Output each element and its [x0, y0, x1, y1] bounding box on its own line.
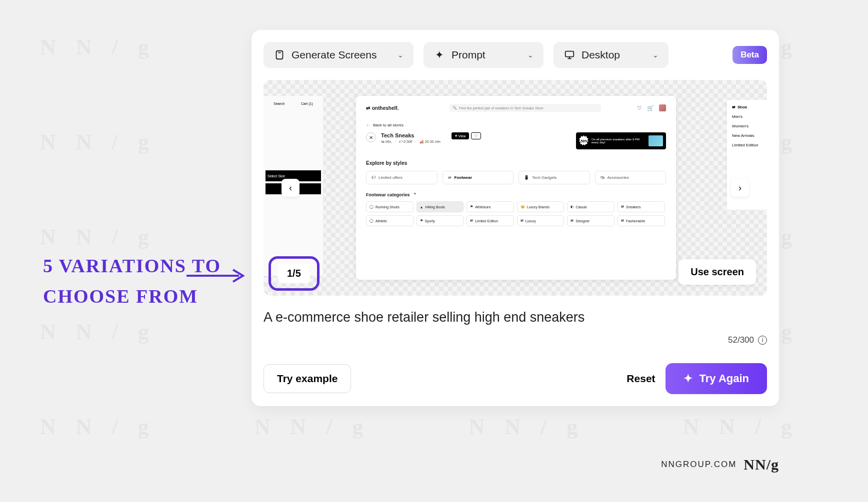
variation-counter: 1/5: [278, 264, 310, 283]
try-again-button[interactable]: ✦ Try Again: [666, 363, 767, 394]
peek-new-arrivals: New Arrivals: [732, 133, 762, 138]
prompt-text[interactable]: A e-commerce shoe retailer selling high …: [264, 310, 767, 325]
chevron-down-icon: ⌄: [528, 51, 534, 59]
next-variation-button[interactable]: ›: [731, 179, 749, 197]
search-icon: 🔍: [452, 106, 457, 110]
device-dropdown[interactable]: Desktop ⌄: [554, 42, 668, 68]
desktop-icon: [564, 49, 576, 61]
svg-rect-0: [276, 51, 283, 59]
shoe-icon: ⇄: [448, 175, 452, 180]
peek-cart-label: Cart (1): [301, 102, 313, 105]
chip-casual: ◐Casual: [567, 201, 614, 212]
peek-limited-edition: Limited Edition: [732, 143, 762, 147]
chip-luxury: ⇄Luxury: [517, 215, 564, 226]
chevron-down-icon: ⌄: [652, 51, 658, 59]
store-name: Tech Sneaks: [381, 132, 442, 138]
chevron-right-icon: ›: [738, 183, 742, 193]
chip-fashionable: ⇄Fashionable: [618, 215, 665, 226]
chip-athleisure: ⚑Athleisure: [466, 201, 514, 212]
banner-image: [648, 135, 663, 146]
prev-variation-button[interactable]: ‹: [282, 179, 300, 197]
annotation-arrow: [184, 261, 249, 291]
topbar: Generate Screens ⌄ ✦ Prompt ⌄ Desktop ⌄ …: [264, 42, 767, 68]
peek-cat-title: Shoe: [738, 105, 748, 109]
chip-limited: ⇄Limited Edition: [466, 215, 514, 226]
cat-accessories: 🛍Accessories: [595, 171, 666, 184]
preview-brand-logo: ⇄ontheshelf.: [366, 105, 398, 111]
peek-search-label: Search: [274, 102, 284, 105]
sparkle-icon: ✦: [684, 372, 692, 385]
view-button: ★View: [452, 132, 469, 139]
cat-limited: 🏷Limited offers: [366, 171, 438, 184]
bag-icon: 🛍: [600, 175, 604, 180]
subsection-footwear: Footwear categories ⌃: [366, 192, 666, 197]
footer-attribution: NNGROUP.COM NN/g: [661, 456, 779, 473]
variation-counter-highlight: 1/5: [268, 256, 320, 291]
cat-gadgets: 📱Tech Gadgets: [518, 171, 590, 184]
preview-screen: ⇄ontheshelf. 🔍 Find the perfect pair of …: [356, 96, 676, 280]
prompt-label: Prompt: [452, 49, 486, 61]
heart-icon: ♡: [637, 105, 642, 111]
screens-icon: [274, 49, 286, 61]
device-label: Desktop: [582, 49, 620, 61]
generator-panel: Generate Screens ⌄ ✦ Prompt ⌄ Desktop ⌄ …: [252, 30, 779, 406]
tag-icon: 🏷: [372, 175, 376, 180]
heart-button: ♡: [471, 132, 481, 139]
meta-time: 🚚 20-30 min.: [420, 140, 442, 144]
promo-banner: -50% On all premium sneakers after 9 PM …: [576, 132, 666, 149]
section-explore-styles: Explore by styles: [366, 160, 666, 166]
prompt-dropdown[interactable]: ✦ Prompt ⌄: [424, 42, 544, 68]
chevron-left-icon: ‹: [289, 183, 292, 193]
avatar: [659, 104, 666, 111]
chip-hiking: ▲Hiking Boots: [416, 201, 464, 212]
cat-footwear: ⇄Footwear: [442, 171, 514, 184]
preview-search: 🔍 Find the perfect pair of sneakers in T…: [450, 104, 601, 112]
chip-designer: ⇄Designer: [567, 215, 614, 226]
actions-row: Try example Reset ✦ Try Again: [264, 363, 767, 394]
mobile-icon: 📱: [524, 175, 529, 180]
char-count: 52/300: [728, 335, 754, 345]
generate-label: Generate Screens: [292, 49, 376, 61]
preview-back-link: ← Back to all stores: [366, 123, 666, 127]
banner-text: On all premium sneakers after 9 PM every…: [592, 138, 646, 144]
sparkle-icon: ✦: [434, 49, 446, 61]
shoe-icon: ⇄: [732, 105, 736, 109]
peek-mens: Men's: [732, 114, 762, 119]
footer-url: NNGROUP.COM: [661, 460, 736, 470]
try-example-button[interactable]: Try example: [264, 364, 351, 393]
chevron-up-icon: ⌃: [413, 192, 417, 197]
chip-sneakers: ⇄Sneakers: [618, 201, 665, 212]
footer-brand-logo: NN/g: [744, 456, 779, 473]
shoe-icon: ⇄: [366, 105, 370, 111]
meta-min: 🛍 Min.: [381, 140, 392, 144]
cart-icon: 🛒: [647, 105, 654, 111]
reset-button[interactable]: Reset: [626, 373, 655, 385]
use-screen-button[interactable]: Use screen: [678, 259, 756, 285]
peek-womens: Women's: [732, 124, 762, 128]
chevron-down-icon: ⌄: [398, 51, 404, 59]
chip-athletic: ◯Athletic: [366, 215, 414, 226]
chip-luxury-brands: 👑Luxury Brands: [517, 201, 564, 212]
back-arrow-icon: ←: [366, 123, 370, 127]
discount-badge: -50%: [579, 135, 588, 146]
chip-running: ◯Running Shoes: [366, 201, 414, 212]
chip-sporty: ⚑Sporty: [416, 215, 464, 226]
generate-screens-dropdown[interactable]: Generate Screens ⌄: [264, 42, 414, 68]
meta-price: 🏷 0.50€: [399, 140, 412, 144]
store-avatar: ✕: [366, 132, 376, 142]
preview-canvas: Search Cart (1) Select Size ⇄Shoe Men's …: [264, 80, 767, 296]
info-icon[interactable]: i: [758, 336, 767, 345]
beta-badge: Beta: [732, 46, 767, 64]
char-count-row: 52/300 i: [264, 335, 767, 345]
svg-rect-2: [566, 51, 574, 57]
